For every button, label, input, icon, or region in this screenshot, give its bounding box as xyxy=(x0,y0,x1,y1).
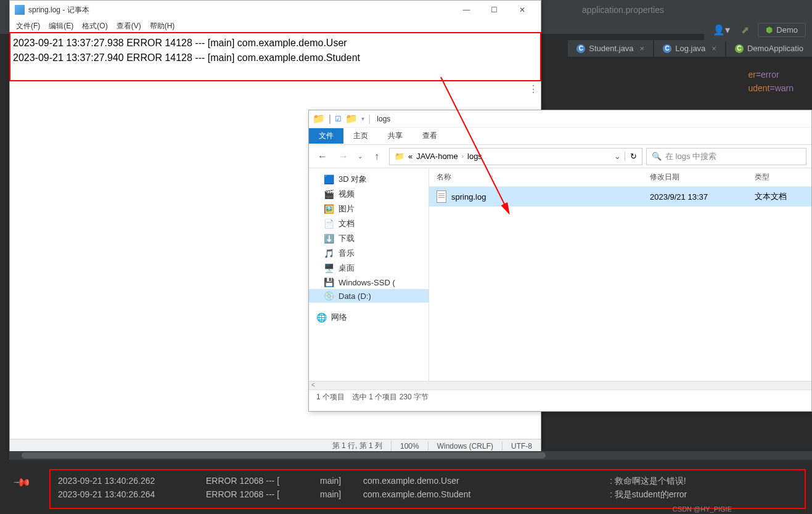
code-key: er xyxy=(748,70,755,80)
tab-demoapp[interactable]: C DemoApplicatio xyxy=(726,40,812,57)
sidebar-item-label: 桌面 xyxy=(338,263,355,274)
collapse-icon[interactable]: ⋮ xyxy=(528,83,538,95)
sidebar-item-label: Data (D:) xyxy=(338,292,371,301)
pin-icon[interactable]: 📌 xyxy=(12,473,31,492)
explorer-ribbon: 文件 主页 共享 查看 xyxy=(309,128,811,145)
breadcrumb-item[interactable]: logs xyxy=(467,152,482,161)
col-name[interactable]: 名称 ^ xyxy=(437,172,650,182)
ribbon-file[interactable]: 文件 xyxy=(309,128,343,144)
address-bar[interactable]: 📁 « JAVA-home › logs ⌄ ↻ xyxy=(389,148,642,165)
message: : 救命啊这是个错误! xyxy=(610,474,686,487)
sidebar-item-music[interactable]: 🎵音乐 xyxy=(309,246,429,261)
menu-view[interactable]: 查看(V) xyxy=(113,20,145,33)
code-val: =error xyxy=(756,70,779,80)
ide-title: application.properties xyxy=(582,5,664,15)
log-level: ERROR 12068 --- [ xyxy=(206,474,320,487)
network-icon: 🌐 xyxy=(316,312,326,322)
refresh-button[interactable]: ↻ xyxy=(625,152,637,161)
maximize-button[interactable]: ☐ xyxy=(480,1,508,19)
ide-code-area[interactable]: er=error udent=warn xyxy=(748,68,794,96)
close-icon[interactable]: × xyxy=(640,44,645,53)
dropdown-icon[interactable]: ▾ xyxy=(361,115,364,122)
sidebar-item-label: 文档 xyxy=(338,218,355,229)
user-icon[interactable]: 👤▾ xyxy=(710,22,732,38)
log-level: ERROR 12068 --- [ xyxy=(206,487,320,501)
filelist-header: 名称 ^ 修改日期 类型 xyxy=(429,168,811,187)
menu-help[interactable]: 帮助(H) xyxy=(146,20,179,33)
download-icon: ⬇️ xyxy=(324,234,334,243)
file-type: 文本文档 xyxy=(755,191,804,202)
sidebar-item-label: 视频 xyxy=(338,189,355,200)
class-name: com.example.demo.User xyxy=(363,474,610,487)
sidebar-item-pictures[interactable]: 🖼️图片 xyxy=(309,202,429,216)
editor-tabs: C Student.java × C Log.java × C DemoAppl… xyxy=(568,40,812,57)
ide-toolbar: 👤▾ ⬈ ⬢ Demo xyxy=(704,18,812,41)
forward-button[interactable]: → xyxy=(335,148,352,165)
close-icon[interactable]: × xyxy=(712,44,716,53)
music-icon: 🎵 xyxy=(324,248,334,258)
close-button[interactable]: ✕ xyxy=(508,1,536,19)
sidebar-item-downloads[interactable]: ⬇️下载 xyxy=(309,231,429,246)
code-key: udent xyxy=(748,83,769,93)
explorer-body: 🟦3D 对象 🎬视频 🖼️图片 📄文档 ⬇️下载 🎵音乐 🖥️桌面 💾Windo… xyxy=(309,168,811,381)
run-config-selector[interactable]: ⬢ Demo xyxy=(758,23,806,37)
console-output[interactable]: 2023-09-21 13:40:26.262 ERROR 12068 --- … xyxy=(49,469,806,509)
notepad-content[interactable]: 2023-09-21 13:37:27.938 ERROR 14128 --- … xyxy=(9,32,541,81)
folder-icon: 📁 xyxy=(313,113,325,124)
disk-icon: 💿 xyxy=(324,291,334,301)
menu-file[interactable]: 文件(F) xyxy=(12,20,44,33)
sidebar-item-label: 网络 xyxy=(331,312,347,323)
scrollbar-thumb[interactable] xyxy=(22,452,546,459)
chevron-right-icon[interactable]: › xyxy=(462,153,464,160)
text-file-icon xyxy=(437,190,446,203)
sidebar-item-label: Windows-SSD ( xyxy=(338,278,395,287)
message: : 我是student的error xyxy=(610,487,687,501)
up-button[interactable]: ↑ xyxy=(368,148,385,165)
menu-format[interactable]: 格式(O) xyxy=(78,20,111,33)
explorer-filelist: 名称 ^ 修改日期 类型 spring.log 2023/9/21 13:37 … xyxy=(429,168,811,381)
notepad-titlebar[interactable]: spring.log - 记事本 — ☐ ✕ xyxy=(10,1,541,19)
file-row[interactable]: spring.log 2023/9/21 13:37 文本文档 xyxy=(429,187,811,206)
video-icon: 🎬 xyxy=(324,189,334,199)
sidebar-item-desktop[interactable]: 🖥️桌面 xyxy=(309,261,429,275)
tab-log[interactable]: C Log.java × xyxy=(654,40,725,57)
recent-dropdown[interactable]: ⌄ xyxy=(356,148,364,165)
breadcrumb-sep: « xyxy=(408,152,412,161)
menu-edit[interactable]: 编辑(E) xyxy=(45,20,77,33)
back-button[interactable]: ← xyxy=(314,148,331,165)
explorer-nav: ← → ⌄ ↑ 📁 « JAVA-home › logs ⌄ ↻ 🔍 在 log… xyxy=(309,145,811,168)
watermark: CSDN @HY_PIGIE xyxy=(673,505,732,513)
ide-scrollbar[interactable] xyxy=(9,451,812,460)
dropdown-icon[interactable]: ⌄ xyxy=(614,152,621,161)
document-icon: 📄 xyxy=(324,219,334,229)
tab-student[interactable]: C Student.java × xyxy=(568,40,653,57)
log-line: 2023-09-21 13:37:27.940 ERROR 14128 --- … xyxy=(13,51,538,65)
sidebar-item-videos[interactable]: 🎬视频 xyxy=(309,187,429,202)
log-line: 2023-09-21 13:37:27.938 ERROR 14128 --- … xyxy=(13,36,538,51)
sidebar-item-label: 音乐 xyxy=(338,248,355,259)
col-type[interactable]: 类型 xyxy=(755,172,804,182)
ribbon-home[interactable]: 主页 xyxy=(343,128,378,144)
explorer-qat: 📁 | ☑ 📁 ▾ | logs xyxy=(309,110,811,128)
ribbon-view[interactable]: 查看 xyxy=(412,128,447,144)
breadcrumb-item[interactable]: JAVA-home xyxy=(416,152,457,161)
search-input[interactable]: 🔍 在 logs 中搜索 xyxy=(646,148,806,165)
sidebar-item-documents[interactable]: 📄文档 xyxy=(309,216,429,231)
console-line: 2023-09-21 13:40:26.264 ERROR 12068 --- … xyxy=(58,487,797,501)
search-icon: 🔍 xyxy=(652,152,662,161)
col-date[interactable]: 修改日期 xyxy=(650,172,755,182)
sidebar-item-windows-ssd[interactable]: 💾Windows-SSD ( xyxy=(309,275,429,289)
picture-icon: 🖼️ xyxy=(324,204,334,214)
explorer-sidebar: 🟦3D 对象 🎬视频 🖼️图片 📄文档 ⬇️下载 🎵音乐 🖥️桌面 💾Windo… xyxy=(309,168,429,381)
ribbon-share[interactable]: 共享 xyxy=(378,128,412,144)
sidebar-item-data-d[interactable]: 💿Data (D:) xyxy=(309,289,429,303)
build-icon[interactable]: ⬈ xyxy=(739,22,752,38)
explorer-scrollbar[interactable]: < xyxy=(309,381,811,390)
sidebar-item-network[interactable]: 🌐网络 xyxy=(309,310,429,325)
sidebar-item-3d[interactable]: 🟦3D 对象 xyxy=(309,172,429,187)
timestamp: 2023-09-21 13:40:26.264 xyxy=(58,487,206,501)
encoding: UTF-8 xyxy=(502,442,541,451)
cursor-position: 第 1 行, 第 1 列 xyxy=(324,441,392,451)
checkbox-icon[interactable]: ☑ xyxy=(335,115,342,123)
minimize-button[interactable]: — xyxy=(453,1,480,19)
